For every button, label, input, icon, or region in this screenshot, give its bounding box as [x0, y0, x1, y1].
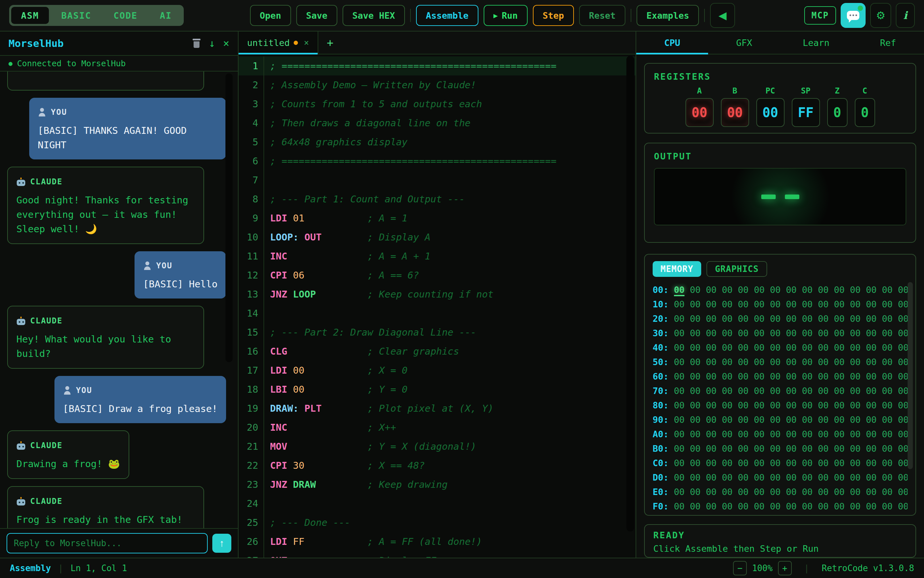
- trash-icon[interactable]: [192, 39, 201, 48]
- memory-address: B0:: [653, 443, 669, 454]
- line-number: 18: [239, 380, 264, 399]
- code-line[interactable]: 27OUT ; Display FF: [239, 551, 636, 558]
- assemble-button[interactable]: Assemble: [416, 5, 478, 26]
- zoom-in-button[interactable]: +: [778, 561, 792, 575]
- collapse-sidebar-button[interactable]: ◀: [710, 3, 735, 28]
- tab-cpu[interactable]: CPU: [636, 31, 708, 54]
- message-text: [BASIC] THANKS AGAIN! GOOD NIGHT: [38, 123, 218, 152]
- code-line[interactable]: 2; Assembly Demo — Written by Claude!: [239, 75, 636, 94]
- save-hex-button[interactable]: Save HEX: [343, 5, 405, 26]
- tab-gfx[interactable]: GFX: [708, 31, 780, 54]
- code-line[interactable]: 18LBI 00 ; Y = 0: [239, 380, 636, 399]
- code-line[interactable]: 16CLG ; Clear graphics: [239, 342, 636, 361]
- code-line[interactable]: 23JNZ DRAW ; Keep drawing: [239, 475, 636, 494]
- save-button[interactable]: Save: [296, 5, 337, 26]
- code-line[interactable]: 14: [239, 304, 636, 323]
- message-author: YOU: [76, 383, 92, 398]
- code-line[interactable]: 21MOV ; Y = X (diagonal!): [239, 437, 636, 456]
- chat-scrollbar[interactable]: [226, 73, 233, 362]
- memory-address: C0:: [653, 458, 669, 468]
- mode-asm[interactable]: ASM: [11, 7, 49, 24]
- code-line[interactable]: 26LDI FF ; A = FF (all done!): [239, 532, 636, 551]
- zoom-out-button[interactable]: −: [733, 561, 747, 575]
- memory-address: 30:: [653, 328, 669, 338]
- tab-untitled[interactable]: untitled ×: [239, 31, 318, 54]
- code-line[interactable]: 15; --- Part 2: Draw Diagonal Line ---: [239, 323, 636, 342]
- memory-tabs: MEMORY GRAPHICS: [653, 261, 908, 277]
- code-line[interactable]: 4; Then draws a diagonal line on the: [239, 114, 636, 133]
- message-text: [BASIC] Draw a frog please!: [63, 401, 218, 416]
- main-area: MorselHub ↓ × Connected to MorselHub YOU…: [0, 31, 924, 558]
- examples-button[interactable]: Examples: [637, 5, 699, 26]
- memory-row: D0:00 00 00 00 00 00 00 00 00 00 00 00 0…: [653, 471, 908, 485]
- mode-ai[interactable]: AI: [150, 7, 182, 24]
- tab-ref[interactable]: Ref: [852, 31, 924, 54]
- toolbar-separator: [410, 9, 411, 22]
- code-line[interactable]: 13JNZ LOOP ; Keep counting if not: [239, 285, 636, 304]
- register-c: C0: [855, 86, 875, 127]
- register-sp: SPFF: [792, 86, 820, 127]
- app-version: RetroCode v1.3.0.8: [822, 563, 914, 573]
- mode-basic[interactable]: BASIC: [52, 7, 101, 24]
- code-line[interactable]: 12CPI 06 ; A == 6?: [239, 266, 636, 285]
- reset-button[interactable]: Reset: [579, 5, 625, 26]
- memory-row: 00:00 00 00 00 00 00 00 00 00 00 00 00 0…: [653, 283, 908, 297]
- code-line[interactable]: 9LDI 01 ; A = 1: [239, 209, 636, 228]
- code-line[interactable]: 8; --- Part 1: Count and Output ---: [239, 190, 636, 209]
- memory-row: 70:00 00 00 00 00 00 00 00 00 00 00 00 0…: [653, 384, 908, 398]
- close-icon[interactable]: ×: [223, 38, 229, 49]
- register-value: 00: [721, 98, 749, 127]
- memory-bytes: 00 00 00 00 00 00 00 00 00 00 00 00 00 0…: [690, 285, 908, 295]
- register-z: Z0: [827, 86, 848, 127]
- message-text: Good night! Thanks for testing everythin…: [16, 193, 195, 236]
- mode-code[interactable]: CODE: [104, 7, 147, 24]
- line-number: 4: [239, 114, 264, 133]
- line-text: JNZ LOOP ; Keep counting if not: [264, 285, 494, 304]
- output-title: OUTPUT: [654, 151, 906, 161]
- tab-graphics[interactable]: GRAPHICS: [706, 261, 767, 277]
- code-line[interactable]: 6; =====================================…: [239, 151, 636, 170]
- mcp-button[interactable]: MCP: [804, 6, 836, 24]
- code-line[interactable]: 24: [239, 494, 636, 513]
- code-line[interactable]: 22CPI 30 ; X == 48?: [239, 456, 636, 475]
- code-line[interactable]: 19DRAW: PLT ; Plot pixel at (X, Y): [239, 399, 636, 418]
- message-author: CLAUDE: [30, 175, 63, 189]
- editor-scrollbar[interactable]: [627, 56, 634, 531]
- chat-toggle-button[interactable]: [841, 3, 866, 28]
- memory-address: 20:: [653, 313, 669, 324]
- memory-address: 90:: [653, 415, 669, 425]
- code-line[interactable]: 3; Counts from 1 to 5 and outputs each: [239, 94, 636, 114]
- line-text: DRAW: PLT ; Plot pixel at (X, Y): [264, 399, 494, 418]
- code-line[interactable]: 20INC ; X++: [239, 418, 636, 437]
- register-value: 0: [855, 98, 875, 127]
- code-line[interactable]: 5; 64x48 graphics display: [239, 133, 636, 151]
- memory-bytes: 00 00 00 00 00 00 00 00 00 00 00 00 00 0…: [674, 328, 908, 338]
- memory-scrollbar[interactable]: [908, 282, 913, 469]
- run-button[interactable]: ▶ Run: [484, 5, 528, 26]
- line-text: ; --- Done ---: [264, 513, 350, 532]
- settings-button[interactable]: ⚙: [870, 3, 891, 28]
- code-line[interactable]: 10LOOP: OUT ; Display A: [239, 228, 636, 247]
- code-editor: untitled × + 1; ========================…: [239, 31, 636, 558]
- chat-input[interactable]: [6, 533, 208, 554]
- line-number: 13: [239, 285, 264, 304]
- code-line[interactable]: 1; =====================================…: [239, 57, 636, 75]
- memory-row: 30:00 00 00 00 00 00 00 00 00 00 00 00 0…: [653, 326, 908, 341]
- info-button[interactable]: i: [896, 3, 915, 28]
- code-line[interactable]: 11INC ; A = A + 1: [239, 247, 636, 266]
- message-text: [BASIC] Hello: [143, 277, 218, 291]
- code-line[interactable]: 17LDI 00 ; X = 0: [239, 361, 636, 380]
- code-line[interactable]: 7: [239, 170, 636, 190]
- tab-close-icon[interactable]: ×: [304, 38, 309, 47]
- open-button[interactable]: Open: [250, 5, 291, 26]
- send-button[interactable]: ↑: [212, 534, 231, 553]
- ready-panel: READY Click Assemble then Step or Run: [644, 524, 916, 558]
- code-area[interactable]: 1; =====================================…: [239, 54, 636, 558]
- step-button[interactable]: Step: [533, 5, 574, 26]
- up-arrow-icon: ↑: [219, 537, 224, 549]
- tab-learn[interactable]: Learn: [780, 31, 852, 54]
- tab-memory[interactable]: MEMORY: [653, 261, 701, 277]
- chevron-down-icon[interactable]: ↓: [209, 38, 215, 49]
- new-tab-button[interactable]: +: [318, 31, 342, 54]
- code-line[interactable]: 25; --- Done ---: [239, 513, 636, 532]
